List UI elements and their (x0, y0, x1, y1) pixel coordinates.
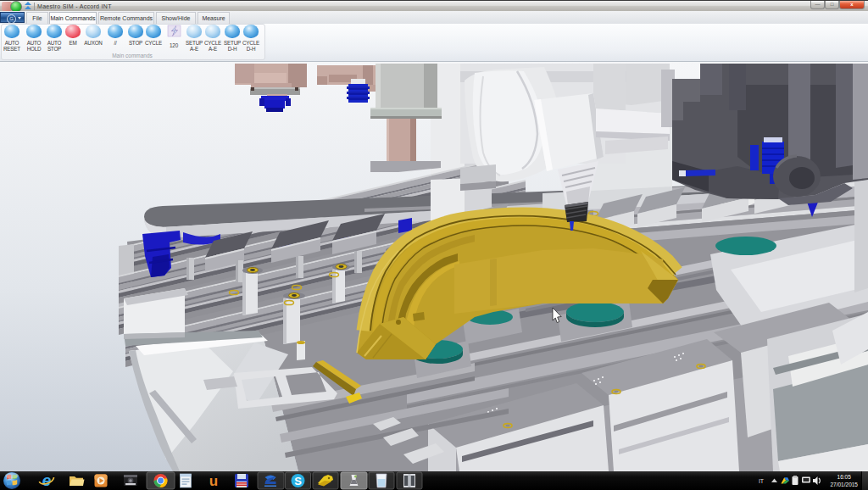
svg-text:IT: IT (759, 478, 765, 484)
svg-text:S: S (294, 475, 302, 487)
svg-text:e: e (42, 471, 52, 489)
svg-text:u: u (209, 473, 218, 489)
